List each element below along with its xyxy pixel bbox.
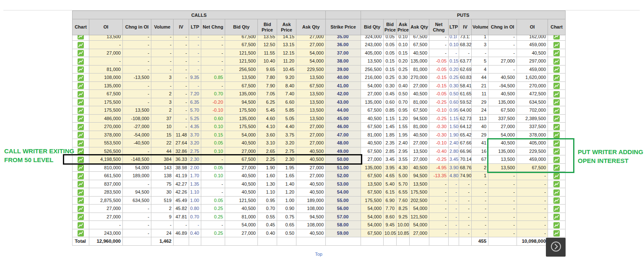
call-chart-icon[interactable] [73, 74, 89, 82]
put-chart-icon[interactable] [548, 196, 566, 205]
call-chart-icon[interactable] [73, 90, 89, 98]
call-vol-cell: - [151, 81, 174, 90]
call-net-cell: 0.60 [201, 114, 225, 123]
call-chart-icon[interactable] [73, 196, 89, 205]
put-bprice-cell: 0.05 [384, 35, 397, 41]
put-chart-icon[interactable] [548, 205, 566, 213]
call-iv-cell: - [174, 90, 189, 98]
put-chart-icon[interactable] [548, 35, 566, 41]
put-bprice-cell: 1.45 [384, 123, 397, 131]
put-ltp-cell: 0.25 [449, 74, 459, 82]
call-ltp-cell: 1.35 [189, 180, 201, 188]
put-vol-cell: 3 [472, 41, 488, 49]
call-chngoi-cell: -54,000 [123, 131, 151, 139]
put-bqty-cell: 67,500 [361, 172, 384, 180]
put-bqty-cell: 40,500 [361, 139, 384, 147]
call-chart-icon[interactable] [73, 131, 89, 139]
put-net-cell: - [429, 49, 449, 57]
call-net-cell: 0.10 [201, 147, 225, 155]
put-chart-icon[interactable] [548, 65, 566, 74]
put-chart-icon[interactable] [548, 106, 566, 115]
put-chart-icon[interactable] [548, 81, 566, 90]
call-chart-icon[interactable] [73, 65, 89, 74]
put-chart-icon[interactable] [548, 213, 566, 221]
call-chart-icon[interactable] [73, 139, 89, 147]
put-chart-icon[interactable] [548, 57, 566, 66]
call-chart-icon[interactable] [73, 81, 89, 90]
call-chart-icon[interactable] [73, 205, 89, 213]
put-chart-icon[interactable] [548, 229, 566, 237]
call-aprice-cell: 1.20 [277, 188, 296, 197]
call-chart-icon[interactable] [73, 98, 89, 106]
table-body: 13,500-----67,50013.5514.1527,00035.0032… [73, 35, 566, 246]
call-chart-icon[interactable] [73, 49, 89, 57]
put-net-cell: -0.30 [429, 123, 449, 131]
put-ltp-cell: - [449, 180, 459, 188]
put-aprice-cell: 0.10 [397, 35, 410, 41]
put-chart-icon[interactable] [548, 221, 566, 229]
put-col-header-ask-qty: Ask Qty [410, 19, 429, 35]
put-aprice-cell: 0.70 [397, 98, 410, 106]
put-chart-icon[interactable] [548, 41, 566, 49]
put-vol-cell: 5 [472, 57, 488, 66]
put-iv-cell: 64.12 [459, 123, 472, 131]
put-chart-icon[interactable] [548, 114, 566, 123]
put-vol-cell: 1 [472, 172, 488, 180]
call-iv-cell: 27.64 [174, 139, 189, 147]
call-chart-icon[interactable] [73, 114, 89, 123]
call-net-cell: 0.10 [201, 123, 225, 131]
call-chart-icon[interactable] [73, 155, 89, 164]
call-chart-icon[interactable] [73, 221, 89, 229]
call-chart-icon[interactable] [73, 57, 89, 66]
put-chart-icon[interactable] [548, 49, 566, 57]
put-chart-icon[interactable] [548, 180, 566, 188]
put-chart-icon[interactable] [548, 172, 566, 180]
put-chart-icon[interactable] [548, 139, 566, 147]
strike-group-header [326, 11, 361, 19]
put-chart-icon[interactable] [548, 123, 566, 131]
put-bqty-cell: 40,500 [361, 114, 384, 123]
put-aprice-cell: 5.70 [397, 180, 410, 188]
call-net-cell: - [201, 35, 225, 41]
put-net-cell: -0.15 [429, 81, 449, 90]
put-chart-icon[interactable] [548, 188, 566, 197]
put-chart-icon[interactable] [548, 155, 566, 164]
call-chart-icon[interactable] [73, 229, 89, 237]
call-chart-icon[interactable] [73, 41, 89, 49]
put-vol-cell: 4 [472, 65, 488, 74]
call-chart-icon[interactable] [73, 172, 89, 180]
top-link[interactable]: Top [315, 252, 322, 257]
call-oi-cell: 283,500 [89, 188, 123, 197]
call-chart-icon[interactable] [73, 106, 89, 115]
call-iv-cell: 42.26 [174, 188, 189, 197]
put-chart-icon[interactable] [548, 74, 566, 82]
call-chart-icon[interactable] [73, 147, 89, 155]
put-aprice-cell: 5.00 [397, 172, 410, 180]
strike-price-cell: 45.00 [326, 114, 361, 123]
put-iv-cell: 68.76 [459, 163, 472, 172]
put-vol-cell: 16 [472, 147, 488, 155]
call-net-cell: 0.85 [201, 74, 225, 82]
option-row-40.00: 108,000-13,5003-9.350.8513,5007.809.2013… [73, 74, 566, 82]
put-aqty-cell: 40,500 [410, 90, 429, 98]
put-iv-cell: - [459, 196, 472, 205]
put-oi-cell: - [517, 172, 548, 180]
call-chart-icon[interactable] [73, 188, 89, 197]
next-page-button[interactable] [546, 238, 566, 257]
call-bprice-cell: 7.05 [258, 90, 277, 98]
put-bprice-cell: 0.05 [384, 41, 397, 49]
call-chart-icon[interactable] [73, 35, 89, 41]
put-chart-icon[interactable] [548, 147, 566, 155]
put-ltp-cell: - [449, 49, 459, 57]
put-chart-icon[interactable] [548, 163, 566, 172]
put-chart-icon[interactable] [548, 90, 566, 98]
call-chart-icon[interactable] [73, 123, 89, 131]
put-bqty-cell: 54,000 [361, 81, 384, 90]
put-vol-cell: 2 [472, 163, 488, 172]
put-chart-icon[interactable] [548, 131, 566, 139]
call-chart-icon[interactable] [73, 213, 89, 221]
put-bprice-cell: 10.05 [384, 229, 397, 237]
call-chart-icon[interactable] [73, 180, 89, 188]
call-chart-icon[interactable] [73, 163, 89, 172]
put-chart-icon[interactable] [548, 98, 566, 106]
